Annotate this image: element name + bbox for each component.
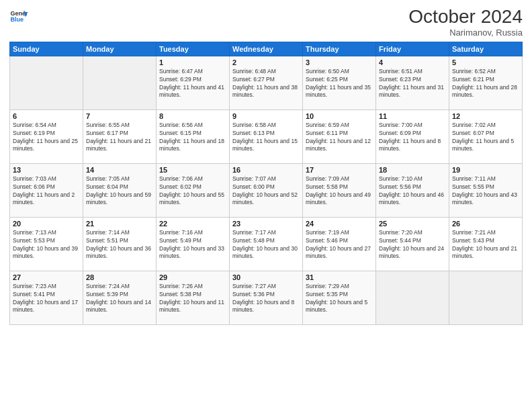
week-row-4: 20Sunrise: 7:13 AM Sunset: 5:53 PM Dayli… (10, 217, 523, 271)
week-row-5: 27Sunrise: 7:23 AM Sunset: 5:41 PM Dayli… (10, 271, 523, 324)
day-info: Sunrise: 6:58 AM Sunset: 6:13 PM Dayligh… (232, 122, 300, 154)
table-row: 15Sunrise: 7:06 AM Sunset: 6:02 PM Dayli… (157, 163, 230, 217)
title-block: October 2024 Narimanov, Russia (408, 7, 523, 38)
logo: General Blue (9, 7, 28, 26)
table-row: 17Sunrise: 7:09 AM Sunset: 5:58 PM Dayli… (303, 163, 376, 217)
day-number: 29 (159, 273, 226, 281)
table-row: 18Sunrise: 7:10 AM Sunset: 5:56 PM Dayli… (376, 163, 449, 217)
day-number: 8 (159, 112, 226, 120)
table-row (376, 271, 449, 324)
day-number: 13 (13, 166, 80, 174)
day-info: Sunrise: 6:48 AM Sunset: 6:27 PM Dayligh… (232, 68, 300, 100)
col-friday: Friday (376, 42, 449, 56)
day-number: 10 (306, 112, 373, 120)
day-info: Sunrise: 7:17 AM Sunset: 5:48 PM Dayligh… (232, 229, 300, 261)
week-row-1: 1Sunrise: 6:47 AM Sunset: 6:29 PM Daylig… (10, 56, 523, 109)
table-row: 8Sunrise: 6:56 AM Sunset: 6:15 PM Daylig… (157, 109, 230, 163)
day-info: Sunrise: 7:07 AM Sunset: 6:00 PM Dayligh… (232, 175, 300, 208)
day-info: Sunrise: 7:06 AM Sunset: 6:02 PM Dayligh… (159, 175, 226, 208)
table-row: 31Sunrise: 7:29 AM Sunset: 5:35 PM Dayli… (303, 271, 376, 324)
day-info: Sunrise: 6:50 AM Sunset: 6:25 PM Dayligh… (306, 68, 373, 100)
day-info: Sunrise: 6:59 AM Sunset: 6:11 PM Dayligh… (306, 122, 373, 154)
day-info: Sunrise: 7:03 AM Sunset: 6:06 PM Dayligh… (13, 175, 80, 208)
table-row: 1Sunrise: 6:47 AM Sunset: 6:29 PM Daylig… (157, 56, 230, 109)
day-number: 22 (159, 220, 226, 228)
day-info: Sunrise: 7:26 AM Sunset: 5:38 PM Dayligh… (159, 283, 226, 315)
col-monday: Monday (83, 42, 157, 56)
day-number: 2 (232, 58, 300, 66)
day-info: Sunrise: 6:52 AM Sunset: 6:21 PM Dayligh… (452, 68, 519, 100)
day-number: 5 (452, 58, 519, 66)
day-info: Sunrise: 7:29 AM Sunset: 5:35 PM Dayligh… (306, 283, 373, 315)
table-row: 22Sunrise: 7:16 AM Sunset: 5:49 PM Dayli… (157, 217, 230, 271)
col-thursday: Thursday (303, 42, 376, 56)
table-row: 16Sunrise: 7:07 AM Sunset: 6:00 PM Dayli… (230, 163, 303, 217)
col-saturday: Saturday (449, 42, 523, 56)
day-number: 6 (13, 112, 80, 120)
day-info: Sunrise: 7:23 AM Sunset: 5:41 PM Dayligh… (13, 283, 80, 315)
table-row: 10Sunrise: 6:59 AM Sunset: 6:11 PM Dayli… (303, 109, 376, 163)
svg-text:Blue: Blue (10, 16, 24, 23)
day-info: Sunrise: 7:05 AM Sunset: 6:04 PM Dayligh… (86, 175, 153, 208)
day-number: 28 (86, 273, 153, 281)
month-title: October 2024 (408, 7, 523, 28)
day-number: 4 (379, 58, 446, 66)
table-row: 2Sunrise: 6:48 AM Sunset: 6:27 PM Daylig… (230, 56, 303, 109)
day-info: Sunrise: 7:09 AM Sunset: 5:58 PM Dayligh… (306, 175, 373, 208)
table-row: 7Sunrise: 6:55 AM Sunset: 6:17 PM Daylig… (83, 109, 157, 163)
table-row: 12Sunrise: 7:02 AM Sunset: 6:07 PM Dayli… (449, 109, 523, 163)
header: General Blue October 2024 Narimanov, Rus… (9, 7, 523, 38)
week-row-2: 6Sunrise: 6:54 AM Sunset: 6:19 PM Daylig… (10, 109, 523, 163)
day-info: Sunrise: 7:00 AM Sunset: 6:09 PM Dayligh… (379, 122, 446, 154)
table-row: 21Sunrise: 7:14 AM Sunset: 5:51 PM Dayli… (83, 217, 157, 271)
day-number: 31 (306, 273, 373, 281)
day-info: Sunrise: 7:16 AM Sunset: 5:49 PM Dayligh… (159, 229, 226, 261)
day-number: 26 (452, 220, 519, 228)
day-info: Sunrise: 7:13 AM Sunset: 5:53 PM Dayligh… (13, 229, 80, 261)
day-number: 23 (232, 220, 300, 228)
day-info: Sunrise: 7:10 AM Sunset: 5:56 PM Dayligh… (379, 175, 446, 208)
day-info: Sunrise: 6:55 AM Sunset: 6:17 PM Dayligh… (86, 122, 153, 154)
day-number: 7 (86, 112, 153, 120)
day-number: 16 (232, 166, 300, 174)
table-row: 28Sunrise: 7:24 AM Sunset: 5:39 PM Dayli… (83, 271, 157, 324)
day-number: 11 (379, 112, 446, 120)
day-info: Sunrise: 7:24 AM Sunset: 5:39 PM Dayligh… (86, 283, 153, 315)
day-number: 19 (452, 166, 519, 174)
day-info: Sunrise: 7:02 AM Sunset: 6:07 PM Dayligh… (452, 122, 519, 154)
table-row: 30Sunrise: 7:27 AM Sunset: 5:36 PM Dayli… (230, 271, 303, 324)
table-row: 23Sunrise: 7:17 AM Sunset: 5:48 PM Dayli… (230, 217, 303, 271)
col-sunday: Sunday (10, 42, 83, 56)
table-row: 4Sunrise: 6:51 AM Sunset: 6:23 PM Daylig… (376, 56, 449, 109)
table-row: 27Sunrise: 7:23 AM Sunset: 5:41 PM Dayli… (10, 271, 83, 324)
day-info: Sunrise: 6:54 AM Sunset: 6:19 PM Dayligh… (13, 122, 80, 154)
day-number: 27 (13, 273, 80, 281)
table-row: 5Sunrise: 6:52 AM Sunset: 6:21 PM Daylig… (449, 56, 523, 109)
table-row: 14Sunrise: 7:05 AM Sunset: 6:04 PM Dayli… (83, 163, 157, 217)
table-row: 19Sunrise: 7:11 AM Sunset: 5:55 PM Dayli… (449, 163, 523, 217)
table-row: 29Sunrise: 7:26 AM Sunset: 5:38 PM Dayli… (157, 271, 230, 324)
col-wednesday: Wednesday (230, 42, 303, 56)
subtitle: Narimanov, Russia (408, 28, 523, 38)
table-row: 6Sunrise: 6:54 AM Sunset: 6:19 PM Daylig… (10, 109, 83, 163)
table-row: 13Sunrise: 7:03 AM Sunset: 6:06 PM Dayli… (10, 163, 83, 217)
day-info: Sunrise: 7:20 AM Sunset: 5:44 PM Dayligh… (379, 229, 446, 261)
table-row: 11Sunrise: 7:00 AM Sunset: 6:09 PM Dayli… (376, 109, 449, 163)
calendar-table: Sunday Monday Tuesday Wednesday Thursday… (9, 42, 523, 325)
day-number: 18 (379, 166, 446, 174)
day-number: 24 (306, 220, 373, 228)
col-tuesday: Tuesday (157, 42, 230, 56)
table-row: 26Sunrise: 7:21 AM Sunset: 5:43 PM Dayli… (449, 217, 523, 271)
day-number: 25 (379, 220, 446, 228)
day-info: Sunrise: 6:51 AM Sunset: 6:23 PM Dayligh… (379, 68, 446, 100)
table-row (83, 56, 157, 109)
table-row: 25Sunrise: 7:20 AM Sunset: 5:44 PM Dayli… (376, 217, 449, 271)
day-info: Sunrise: 7:21 AM Sunset: 5:43 PM Dayligh… (452, 229, 519, 261)
table-row: 24Sunrise: 7:19 AM Sunset: 5:46 PM Dayli… (303, 217, 376, 271)
table-row: 20Sunrise: 7:13 AM Sunset: 5:53 PM Dayli… (10, 217, 83, 271)
day-number: 3 (306, 58, 373, 66)
day-number: 14 (86, 166, 153, 174)
day-number: 9 (232, 112, 300, 120)
logo-icon: General Blue (9, 7, 28, 26)
day-number: 1 (159, 58, 226, 66)
